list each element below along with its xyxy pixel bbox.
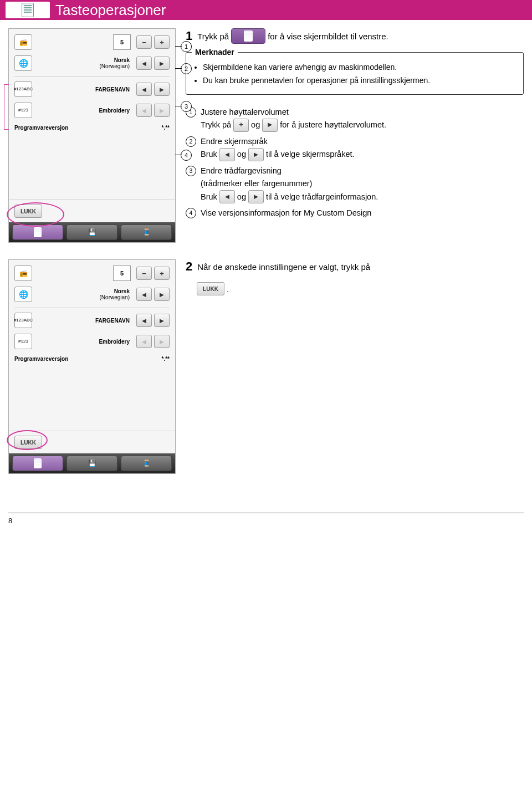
page-title: Tasteoperasjoner: [55, 2, 166, 19]
desc-num-3: 3: [186, 166, 196, 176]
settings-screenshot-1: 1 2 3 4 📻 5 − + 🌐 Nor: [8, 28, 176, 243]
volume-value: 5: [113, 34, 131, 50]
sw-version-label: Programvareversjon: [14, 125, 68, 131]
minus-button[interactable]: −: [136, 35, 152, 49]
pink-highlight-close: [7, 430, 48, 450]
language-sub: (Norwegian): [35, 63, 130, 69]
callout-1: 1: [181, 41, 192, 52]
thread-row: #123 Embroidery ◄ ►: [14, 103, 170, 118]
close-inline-button[interactable]: LUKK: [197, 282, 224, 295]
desc-num-4: 4: [186, 208, 196, 218]
sw-version-value: *.**: [162, 125, 170, 131]
desc-2-title: Endre skjermspråk: [201, 135, 524, 148]
machine-icon: 📻: [14, 265, 32, 281]
lang-prev-button[interactable]: ◄: [136, 288, 152, 301]
pink-highlight-tab: [7, 202, 64, 227]
color-next-button[interactable]: ►: [154, 314, 170, 327]
machine-icon: 📻: [14, 34, 32, 50]
thread-123-icon: #123: [14, 103, 32, 118]
note-item-2: Du kan bruke pennetavlen for operasjoner…: [203, 75, 515, 86]
desc-3-sub: (trådmerker eller fargenummer): [201, 177, 524, 190]
prev-inline-button-2[interactable]: ◄: [219, 190, 235, 203]
settings-inline-button[interactable]: [231, 28, 265, 44]
tab-save[interactable]: 💾: [66, 224, 117, 240]
note-item-1: Skjermbildene kan variere avhengig av ma…: [203, 62, 515, 73]
step-2: 2 Når de ønskede innstillingene er valgt…: [186, 259, 524, 274]
color-next-button[interactable]: ►: [154, 83, 170, 96]
plus-button[interactable]: +: [154, 35, 170, 49]
desc-3-title: Endre trådfargevisning: [201, 165, 524, 177]
thread-123abc-icon: #123ABC: [14, 81, 32, 97]
title-bar: Tasteoperasjoner: [0, 0, 532, 20]
pink-bracket: [4, 84, 9, 130]
tab-settings[interactable]: [12, 456, 63, 471]
step-1-text-before: Trykk på: [197, 32, 229, 41]
thread-prev-button[interactable]: ◄: [136, 335, 152, 348]
globe-icon: 🌐: [14, 55, 32, 71]
next-inline-button-2[interactable]: ►: [248, 148, 264, 161]
tab-machine[interactable]: 🧵: [121, 456, 172, 471]
language-label: Norsk: [114, 57, 130, 63]
tab-machine[interactable]: 🧵: [121, 224, 172, 240]
thread-prev-button[interactable]: ◄: [136, 104, 152, 117]
lang-next-button[interactable]: ►: [154, 288, 170, 301]
color-prev-button[interactable]: ◄: [136, 83, 152, 96]
page-number: 8: [8, 517, 12, 525]
thread-next-button[interactable]: ►: [154, 104, 170, 117]
description-list: 1 Justere høyttalervolumet Trykk på + og…: [186, 106, 524, 220]
desc-1-title: Justere høyttalervolumet: [201, 106, 524, 119]
software-version-row: Programvareversjon *.**: [14, 125, 170, 131]
lang-prev-button[interactable]: ◄: [136, 57, 152, 70]
step-1-text-after: for å vise skjermbildet til venstre.: [268, 32, 388, 41]
minus-button[interactable]: −: [136, 267, 152, 280]
notes-box: Merknader Skjermbildene kan variere avhe…: [186, 52, 524, 95]
thread-label: Embroidery: [99, 108, 130, 114]
thread-next-button[interactable]: ►: [154, 335, 170, 348]
plus-button[interactable]: +: [154, 267, 170, 280]
title-doc-icon: [6, 2, 50, 18]
prev-inline-button[interactable]: ◄: [219, 148, 235, 161]
settings-screenshot-2: 📻 5 − + 🌐 Norsk(Norwegian) ◄ ►: [8, 259, 176, 474]
colorname-row: #123ABC FARGENAVN ◄ ►: [14, 81, 170, 97]
plus-inline-button[interactable]: +: [233, 119, 249, 132]
step-2-text: Når de ønskede innstillingene er valgt, …: [197, 262, 370, 272]
color-prev-button[interactable]: ◄: [136, 314, 152, 327]
callout-4: 4: [181, 150, 192, 161]
colorname-label: FARGENAVN: [95, 86, 130, 93]
step-1: 1 Trykk på for å vise skjermbildet til v…: [186, 28, 524, 44]
language-row: 🌐 Norsk(Norwegian) ◄ ►: [14, 55, 170, 71]
next-inline-button-3[interactable]: ►: [248, 190, 264, 203]
step-2-number: 2: [186, 259, 192, 274]
desc-4-title: Vise versjonsinformasjon for My Custom D…: [201, 207, 524, 219]
notes-title: Merknader: [192, 48, 238, 57]
globe-icon: 🌐: [14, 287, 32, 302]
tab-save[interactable]: 💾: [66, 456, 117, 471]
lang-next-button[interactable]: ►: [154, 57, 170, 70]
volume-row: 📻 5 − +: [14, 34, 170, 50]
tab-settings[interactable]: [12, 224, 63, 240]
next-inline-button[interactable]: ►: [262, 119, 278, 132]
thread-123-icon: #123: [14, 334, 32, 349]
callout-3: 3: [181, 101, 192, 112]
desc-num-2: 2: [186, 136, 196, 147]
thread-123abc-icon: #123ABC: [14, 313, 32, 328]
page-footer: 8: [8, 513, 524, 525]
